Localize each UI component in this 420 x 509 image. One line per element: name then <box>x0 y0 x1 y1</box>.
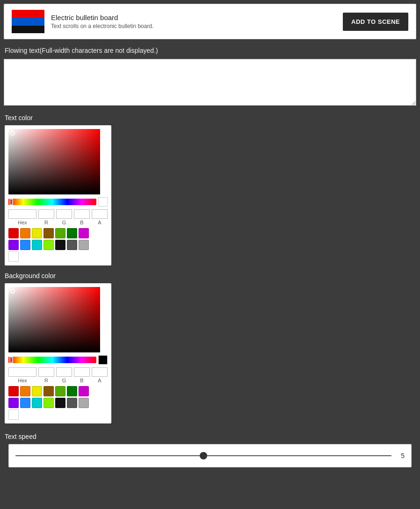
text-gradient-bg <box>8 129 100 194</box>
flowing-text-section <box>0 58 420 112</box>
color-swatch[interactable] <box>79 398 89 408</box>
bg-color-label: Background color <box>5 272 415 280</box>
color-swatch[interactable] <box>55 386 65 396</box>
flowing-text-label: Flowing text(Full-width characters are n… <box>0 43 420 58</box>
text-color-picker: FFFFFF 255 255 255 100 Hex R G B A <box>5 125 111 265</box>
text-gradient-cursor <box>10 131 15 136</box>
text-color-section: Text color FFFFFF 255 255 255 100 Hex R … <box>0 112 420 270</box>
color-swatch[interactable] <box>8 398 19 408</box>
color-swatch[interactable] <box>79 386 89 396</box>
bg-a-label: A <box>92 378 108 383</box>
color-swatch[interactable] <box>32 386 42 396</box>
text-hue-cursor <box>9 199 13 205</box>
color-swatch[interactable] <box>20 240 30 250</box>
bg-hex-label: Hex <box>8 378 36 383</box>
stripe-dark <box>12 26 44 34</box>
color-swatch[interactable] <box>79 240 89 250</box>
text-speed-section: Text speed 5 <box>0 428 420 475</box>
color-swatch[interactable] <box>55 240 65 250</box>
text-g-input[interactable]: 255 <box>56 209 72 219</box>
text-speed-label: Text speed <box>5 433 415 440</box>
bg-r-input[interactable]: 0 <box>38 367 54 377</box>
bg-a-input[interactable]: 100 <box>92 367 108 377</box>
bg-gradient-bg <box>8 287 100 352</box>
text-hue-bar-row <box>8 197 108 207</box>
color-swatch[interactable] <box>43 386 54 396</box>
bg-color-section: Background color 000000 0 0 0 100 Hex R … <box>0 270 420 428</box>
color-swatch[interactable] <box>8 228 19 238</box>
bg-opacity-swatch[interactable] <box>98 355 108 365</box>
color-swatch[interactable] <box>55 228 65 238</box>
color-swatch[interactable] <box>20 228 30 238</box>
bg-hue-cursor <box>9 357 13 363</box>
preview-icon <box>12 10 44 33</box>
color-swatch[interactable] <box>32 398 42 408</box>
text-b-label: B <box>74 220 90 225</box>
text-color-swatches <box>8 228 100 262</box>
color-swatch[interactable] <box>8 251 19 262</box>
text-g-label: G <box>56 220 72 225</box>
text-rgba-labels: Hex R G B A <box>8 220 108 225</box>
text-color-gradient[interactable] <box>8 129 100 194</box>
bg-g-input[interactable]: 0 <box>56 367 72 377</box>
bg-hex-input[interactable]: 000000 <box>8 367 36 377</box>
bg-color-swatches <box>8 386 100 420</box>
bg-color-picker: 000000 0 0 0 100 Hex R G B A <box>5 283 111 423</box>
bg-rgba-labels: Hex R G B A <box>8 378 108 383</box>
text-hex-label: Hex <box>8 220 36 225</box>
bg-r-label: R <box>38 378 54 383</box>
text-r-input[interactable]: 255 <box>38 209 54 219</box>
text-rgba-inputs: FFFFFF 255 255 255 100 <box>8 209 108 219</box>
color-swatch[interactable] <box>67 240 77 250</box>
text-hue-bar[interactable] <box>8 199 96 205</box>
flowing-text-input[interactable] <box>4 59 416 106</box>
color-swatch[interactable] <box>67 386 77 396</box>
add-to-scene-button[interactable]: ADD TO SCENE <box>343 13 408 31</box>
color-swatch[interactable] <box>67 228 77 238</box>
speed-slider[interactable] <box>15 455 391 456</box>
color-swatch[interactable] <box>67 398 77 408</box>
header-left: Electric bulletin board Text scrolls on … <box>12 10 153 33</box>
bg-color-gradient[interactable] <box>8 287 100 352</box>
color-swatch[interactable] <box>43 398 54 408</box>
bg-gradient-cursor <box>10 289 15 294</box>
text-hex-input[interactable]: FFFFFF <box>8 209 36 219</box>
bg-b-input[interactable]: 0 <box>74 367 90 377</box>
text-color-label: Text color <box>5 114 415 122</box>
header-subtitle: Text scrolls on a electronic bulletin bo… <box>51 23 153 29</box>
header-title: Electric bulletin board <box>51 14 153 22</box>
text-a-label: A <box>92 220 108 225</box>
color-swatch[interactable] <box>43 240 54 250</box>
speed-slider-card: 5 <box>8 444 412 467</box>
color-swatch[interactable] <box>8 386 19 396</box>
speed-value: 5 <box>397 452 405 459</box>
color-swatch[interactable] <box>8 409 19 420</box>
stripe-blue <box>12 18 44 26</box>
color-swatch[interactable] <box>55 398 65 408</box>
bg-b-label: B <box>74 378 90 383</box>
text-b-input[interactable]: 255 <box>74 209 90 219</box>
text-opacity-swatch[interactable] <box>98 197 108 207</box>
color-swatch[interactable] <box>32 228 42 238</box>
bg-hue-bar[interactable] <box>8 357 96 363</box>
color-swatch[interactable] <box>43 228 54 238</box>
color-swatch[interactable] <box>32 240 42 250</box>
stripe-red <box>12 10 44 18</box>
text-r-label: R <box>38 220 54 225</box>
text-a-input[interactable]: 100 <box>92 209 108 219</box>
bg-g-label: G <box>56 378 72 383</box>
header-text-block: Electric bulletin board Text scrolls on … <box>51 14 153 29</box>
color-swatch[interactable] <box>79 228 89 238</box>
bg-hue-bar-row <box>8 355 108 365</box>
color-swatch[interactable] <box>20 398 30 408</box>
color-swatch[interactable] <box>20 386 30 396</box>
header-card: Electric bulletin board Text scrolls on … <box>4 4 416 39</box>
color-swatch[interactable] <box>8 240 19 250</box>
bg-rgba-inputs: 000000 0 0 0 100 <box>8 367 108 377</box>
